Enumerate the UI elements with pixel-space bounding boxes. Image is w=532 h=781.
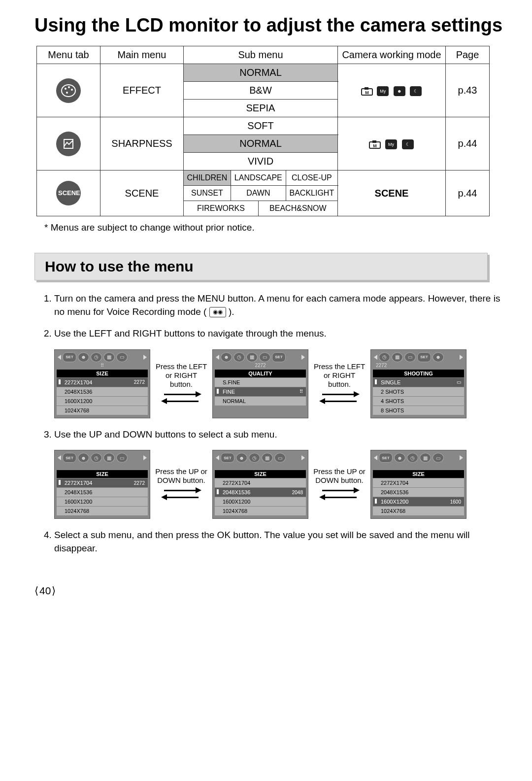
lcd-size-header: SIZE (215, 470, 306, 478)
set-icon: SET (63, 352, 76, 362)
person-icon: ☻ (221, 352, 232, 362)
lcd-panel-size-b: SET ☻ ◷ ▦ ▭ SIZE 2272X1704 2048X15362048… (212, 450, 308, 519)
list-item: 1600X12001600 (373, 497, 464, 506)
sharpness-icon-cell (37, 117, 100, 170)
arrow-lr-1: Press the LEFT or RIGHT button. (154, 362, 208, 406)
svg-rect-6 (365, 87, 368, 90)
step-3: Use the UP and DOWN buttons to select a … (54, 428, 507, 441)
person-icon: ☻ (78, 453, 89, 463)
sharpness-mode: M My ☾ (338, 117, 446, 170)
th-main-menu: Main menu (100, 46, 184, 64)
set-icon: SET (63, 453, 76, 463)
set-icon: SET (272, 352, 286, 362)
sharpness-icon (56, 132, 81, 156)
camera-m-icon: M (368, 138, 381, 149)
grid-icon: ▦ (246, 352, 258, 362)
effect-icon-cell (37, 64, 100, 117)
grid-icon: ▦ (420, 453, 431, 463)
palette-icon (56, 78, 81, 103)
list-item: 2272X17042272 (57, 478, 148, 487)
night-icon: ☾ (410, 86, 422, 96)
list-item: SINGLE▭ (373, 378, 464, 387)
steps-list-cont2: Select a sub menu, and then press the OK… (34, 529, 507, 555)
note-text: * Menus are subject to change without pr… (44, 222, 507, 233)
arrow-lr-2: Press the LEFT or RIGHT button. (312, 362, 366, 406)
my-icon: My (385, 139, 397, 149)
arrow-ud-1: Press the UP or DOWN button. (154, 467, 208, 502)
list-item: 2048X1536 (373, 488, 464, 497)
page-title: Using the LCD monitor to adjust the came… (34, 15, 507, 36)
list-item: FINE⠿ (215, 387, 306, 396)
person-icon: ☻ (78, 352, 89, 362)
steps-list-cont: Use the UP and DOWN buttons to select a … (34, 428, 507, 441)
scene-main: SCENE (100, 170, 184, 216)
effect-sub-sepia: SEPIA (184, 100, 338, 117)
timer-icon: ◷ (407, 453, 418, 463)
person-icon: ☻ (236, 453, 247, 463)
screen-icon: ▭ (274, 453, 286, 463)
sharpness-page: p.44 (446, 117, 490, 170)
svg-point-3 (71, 89, 73, 91)
lcd-panel-quality: ☻ ◷ ▦ ▭ SET 2272 QUALITY S.FINE FINE⠿ NO… (212, 349, 308, 418)
person-icon: ☻ (432, 352, 444, 362)
th-menu-tab: Menu tab (37, 46, 100, 64)
step-2: Use the LEFT and RIGHT buttons to naviga… (54, 327, 507, 340)
svg-point-4 (66, 92, 68, 94)
person-icon: ☻ (394, 453, 405, 463)
lcd-panel-size-c: SET ☻ ◷ ▦ ▭ SIZE 2272X1704 2048X1536 160… (370, 450, 466, 519)
list-item: S.FINE (215, 378, 306, 387)
list-item: 1024X768 (373, 507, 464, 515)
grid-icon: ▦ (103, 352, 115, 362)
list-item: 2 SHOTS (373, 387, 464, 396)
list-item: 2272X17042272 (57, 378, 148, 387)
timer-icon: ◷ (233, 352, 245, 362)
screen-icon: ▭ (116, 453, 128, 463)
steps-list: Turn on the camera and press the MENU bu… (34, 292, 507, 340)
list-item: 1024X768 (57, 406, 148, 415)
timer-icon: ◷ (379, 352, 390, 362)
set-icon: SET (221, 453, 234, 463)
effect-sub-normal: NORMAL (184, 64, 338, 82)
grid-icon: ▦ (262, 453, 273, 463)
scene-beachsnow: BEACH&SNOW (258, 201, 337, 216)
effect-main: EFFECT (100, 64, 184, 117)
voice-recording-icon: ◉◉ (209, 307, 226, 317)
th-camera-mode: Camera working mode (338, 46, 446, 64)
step-4: Select a sub menu, and then press the OK… (54, 529, 507, 555)
svg-point-2 (68, 86, 70, 88)
lcd-row-1: SET ☻ ◷ ▦ ▭ ⠿ SIZE 2272X17042272 2048X15… (54, 349, 507, 418)
scene-sunset: SUNSET (184, 186, 231, 201)
scene-dawn: DAWN (231, 186, 286, 201)
arrow-ud-2: Press the UP or DOWN button. (312, 467, 366, 502)
list-item: 2272X1704 (373, 478, 464, 487)
scene-children: CHILDREN (184, 170, 231, 186)
set-icon: SET (379, 453, 393, 463)
scene-fireworks: FIREWORKS (184, 201, 259, 216)
timer-icon: ◷ (249, 453, 260, 463)
timer-icon: ◷ (91, 352, 102, 362)
lcd-panel-size-a: SET ☻ ◷ ▦ ▭ SIZE 2272X17042272 2048X1536… (54, 450, 150, 519)
lcd-shooting-header: SHOOTING (373, 370, 464, 377)
step-1: Turn on the camera and press the MENU bu… (54, 292, 507, 318)
timer-icon: ◷ (91, 453, 102, 463)
list-item: 1024X768 (215, 507, 306, 515)
set-icon: SET (417, 352, 431, 362)
sharpness-main: SHARPNESS (100, 117, 184, 170)
list-item: NORMAL (215, 397, 306, 406)
portrait-icon: ☻ (394, 86, 405, 96)
lcd-size-header: SIZE (57, 370, 148, 377)
my-icon: My (377, 86, 389, 96)
camera-m-icon: M (361, 85, 373, 96)
svg-text:M: M (365, 90, 369, 95)
grid-icon: ▦ (103, 453, 115, 463)
sharpness-sub-normal: NORMAL (184, 135, 338, 153)
section-heading: How to use the menu (34, 253, 488, 280)
lcd-quality-header: QUALITY (215, 370, 306, 377)
th-sub-menu: Sub menu (184, 46, 338, 64)
grid-icon: ▦ (392, 352, 403, 362)
list-item: 2048X1536 (57, 387, 148, 396)
scene-icon: SCENE (56, 181, 81, 205)
list-item: 4 SHOTS (373, 397, 464, 406)
lcd-panel-size: SET ☻ ◷ ▦ ▭ ⠿ SIZE 2272X17042272 2048X15… (54, 349, 150, 418)
screen-icon: ▭ (259, 352, 270, 362)
